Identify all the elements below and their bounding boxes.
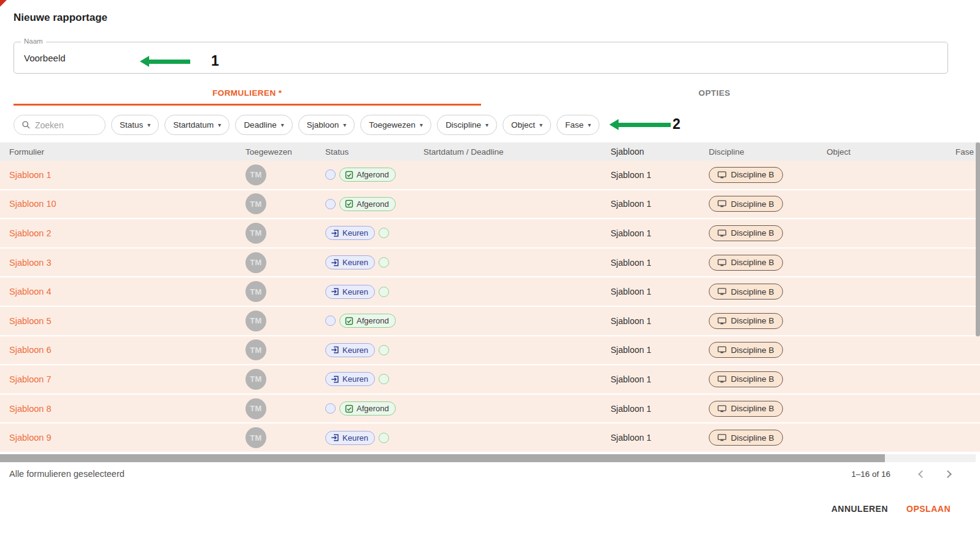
- tab-opties[interactable]: OPTIES: [481, 80, 949, 106]
- form-link[interactable]: Sjabloon 10: [9, 199, 56, 209]
- cell-formulier: Sjabloon 9: [0, 433, 245, 443]
- table-row[interactable]: Sjabloon 3 TM Keuren: [0, 249, 980, 278]
- cell-toegewezen: TM: [245, 252, 325, 273]
- table-row[interactable]: Sjabloon 5 TM Afgerond: [0, 307, 980, 336]
- status-badge-keuren: Keuren: [325, 431, 375, 445]
- forms-table: Formulier Toegewezen Status Startdatum /…: [0, 142, 980, 453]
- status-step-afgerond-icon: [379, 433, 389, 443]
- table-row[interactable]: Sjabloon 7 TM Keuren: [0, 365, 980, 395]
- horizontal-scrollbar-track[interactable]: [0, 454, 976, 462]
- cell-formulier: Sjabloon 7: [0, 374, 245, 384]
- cell-sjabloon: Sjabloon 1: [611, 374, 709, 384]
- check-square-icon: [345, 199, 353, 208]
- cell-status: Keuren Keuren: [325, 255, 423, 269]
- enter-box-icon: [331, 229, 339, 238]
- next-page-button[interactable]: [939, 466, 955, 482]
- screen-icon: [717, 171, 727, 179]
- status-badge-keuren: Keuren: [325, 226, 375, 240]
- filter-chip-object[interactable]: Object ▾: [503, 115, 551, 135]
- discipline-chip: Discipline B: [709, 430, 783, 446]
- col-header-discipline: Discipline: [709, 147, 827, 157]
- table-row[interactable]: Sjabloon 8 TM Afgerond: [0, 395, 980, 424]
- form-link[interactable]: Sjabloon 2: [9, 228, 52, 238]
- name-field-label: Naam: [21, 37, 46, 45]
- filter-chip-discipline[interactable]: Discipline ▾: [437, 115, 497, 135]
- status-badge-keuren: Keuren: [325, 343, 375, 357]
- discipline-label: Discipline B: [731, 199, 774, 209]
- table-row[interactable]: Sjabloon 4 TM Keuren: [0, 277, 980, 307]
- table-row[interactable]: Sjabloon 10 TM Afgerond: [0, 190, 980, 220]
- discipline-chip: Discipline B: [709, 196, 783, 212]
- status-label: Afgerond: [357, 404, 389, 413]
- filter-bar: Status ▾ Startdatum ▾ Deadline ▾ Sjabloo…: [14, 115, 600, 135]
- table-row[interactable]: Sjabloon 9 TM Keuren: [0, 424, 980, 453]
- table-row[interactable]: Sjabloon 1 TM Afgerond: [0, 161, 980, 190]
- table-row[interactable]: Sjabloon 6 TM Keuren: [0, 336, 980, 366]
- horizontal-scrollbar-thumb[interactable]: [0, 454, 885, 462]
- filter-chip-toegewezen[interactable]: Toegewezen ▾: [360, 115, 431, 135]
- status-label: Afgerond: [357, 170, 389, 179]
- avatar: TM: [245, 252, 266, 273]
- cell-sjabloon: Sjabloon 1: [611, 433, 709, 443]
- cancel-button[interactable]: ANNULEREN: [830, 501, 889, 516]
- filter-chip-label: Deadline: [244, 120, 276, 130]
- filter-chip-sjabloon[interactable]: Sjabloon ▾: [298, 115, 355, 135]
- chevron-down-icon: ▾: [147, 122, 150, 128]
- cell-discipline: Discipline B: [709, 342, 827, 358]
- annotation-number-1: 1: [211, 53, 219, 69]
- tab-formulieren[interactable]: FORMULIEREN *: [14, 80, 481, 106]
- chevron-down-icon: ▾: [281, 122, 284, 128]
- arrow-shaft: [619, 123, 671, 127]
- form-link[interactable]: Sjabloon 4: [9, 287, 52, 296]
- chevron-down-icon: ▾: [539, 122, 542, 128]
- status-label: Keuren: [342, 346, 368, 355]
- search-icon: [21, 120, 31, 130]
- form-link[interactable]: Sjabloon 6: [9, 345, 52, 355]
- col-header-object: Object: [827, 147, 955, 157]
- status-badge-afgerond: Afgerond: [339, 168, 396, 182]
- table-row[interactable]: Sjabloon 2 TM Keuren: [0, 219, 980, 249]
- vertical-scrollbar[interactable]: [976, 142, 980, 336]
- cell-toegewezen: TM: [245, 311, 325, 331]
- search-input[interactable]: [35, 120, 96, 130]
- save-button[interactable]: OPSLAAN: [905, 501, 952, 516]
- enter-box-icon: [331, 375, 339, 384]
- col-header-sjabloon: Sjabloon: [611, 147, 709, 157]
- avatar: TM: [245, 281, 266, 302]
- previous-page-button[interactable]: [914, 466, 930, 482]
- discipline-label: Discipline B: [731, 404, 774, 413]
- cell-sjabloon: Sjabloon 1: [611, 316, 709, 326]
- discipline-label: Discipline B: [731, 433, 774, 443]
- form-link[interactable]: Sjabloon 3: [9, 258, 52, 268]
- cell-formulier: Sjabloon 6: [0, 345, 245, 355]
- form-link[interactable]: Sjabloon 7: [9, 374, 52, 384]
- form-link[interactable]: Sjabloon 5: [9, 316, 52, 326]
- avatar: TM: [245, 223, 266, 244]
- filter-chip-startdatum[interactable]: Startdatum ▾: [164, 115, 230, 135]
- cell-toegewezen: TM: [245, 398, 325, 419]
- search-box[interactable]: [14, 115, 106, 135]
- corner-artifact: [0, 0, 7, 7]
- filter-chip-fase[interactable]: Fase ▾: [557, 115, 600, 135]
- status-label: Keuren: [342, 374, 368, 384]
- status-step-afgerond-icon: [379, 257, 389, 268]
- discipline-chip: Discipline B: [709, 313, 783, 329]
- status-badge-afgerond: Afgerond: [339, 401, 396, 416]
- filter-chip-deadline[interactable]: Deadline ▾: [235, 115, 292, 135]
- discipline-label: Discipline B: [731, 316, 774, 325]
- screen-icon: [717, 346, 727, 354]
- screen-icon: [717, 229, 727, 238]
- form-link[interactable]: Sjabloon 1: [9, 170, 52, 180]
- cell-toegewezen: TM: [245, 164, 325, 185]
- form-link[interactable]: Sjabloon 8: [9, 404, 52, 414]
- arrow-head-icon: [609, 119, 619, 130]
- cell-discipline: Discipline B: [709, 430, 827, 446]
- discipline-label: Discipline B: [731, 170, 774, 179]
- filter-chip-status[interactable]: Status ▾: [111, 115, 159, 135]
- filter-chip-label: Fase: [565, 120, 584, 130]
- enter-box-icon: [331, 346, 339, 354]
- status-label: Afgerond: [357, 199, 389, 209]
- form-link[interactable]: Sjabloon 9: [9, 433, 52, 443]
- cell-status: Keuren Keuren: [325, 226, 423, 240]
- cell-sjabloon: Sjabloon 1: [611, 228, 709, 238]
